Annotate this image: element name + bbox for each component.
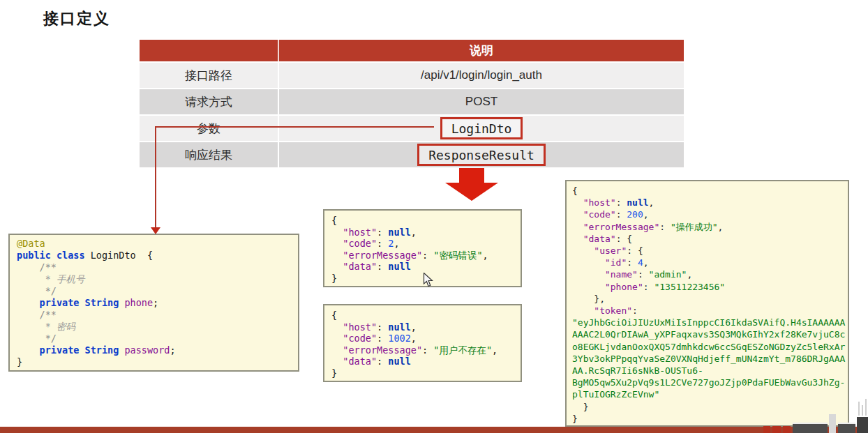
code-line: "host": null,: [331, 227, 514, 238]
code-line: "code": 200,: [572, 208, 842, 220]
bottom-red-bar: [0, 427, 868, 433]
connector-line-vertical: [155, 126, 156, 229]
table-row-parameter: 参数 LoginDto: [140, 116, 684, 141]
row-label: 请求方式: [140, 89, 279, 114]
code-line: "errorMessage": "密码错误",: [331, 250, 514, 261]
watermark-fragment: [772, 426, 781, 433]
code-line: "data": {: [572, 233, 842, 245]
code-line: o8EGKLjvdanOoxQXQ57dmhkdcw6ccSGqESZoNGDz…: [572, 341, 842, 353]
watermark-fragment: [857, 417, 868, 433]
code-line: private String password;: [17, 344, 291, 356]
json-response-success-block: { "host": null, "code": 200, "errorMessa…: [565, 180, 849, 427]
code-line: "data": null: [331, 261, 514, 273]
code-line: AA.RcSqR7Ii6sNkB-OUSTu6-: [572, 365, 842, 377]
code-line: }: [17, 356, 291, 368]
code-line: AAAC2L0QrDIAwA_yXPFaqxavs3SQ3MQkGIhY2xf2…: [572, 328, 842, 340]
watermark-fragment: [865, 399, 867, 416]
code-line: },: [572, 293, 842, 305]
code-line: "host": null,: [331, 321, 514, 333]
code-line: "code": 1002,: [331, 333, 514, 344]
table-header-row: 说明: [140, 40, 684, 61]
row-label: 响应结果: [140, 142, 279, 167]
login-dto-highlight-box: LoginDto: [440, 117, 523, 139]
code-line: {: [331, 215, 514, 227]
watermark-fragment: [838, 423, 855, 433]
code-line: "eyJhbGciOiJIUzUxMiIsInppcCI6IkdaSVAifQ.…: [572, 317, 842, 328]
api-definition-table: 说明 接口路径 /api/v1/login/login_auth 请求方式 PO…: [140, 40, 684, 167]
code-line: * 密码: [17, 321, 291, 333]
watermark-fragment: [763, 426, 770, 433]
code-line: public class LoginDto {: [17, 250, 291, 261]
watermark-fragment: [858, 402, 860, 416]
code-line: plTuIOGRzZcEVnw": [572, 388, 842, 400]
code-line: {: [572, 185, 842, 197]
row-value: /api/v1/login/login_auth: [279, 63, 684, 88]
row-value: POST: [279, 89, 684, 114]
code-line: "errorMessage": "操作成功",: [572, 221, 842, 233]
code-line: "user": {: [572, 245, 842, 257]
connector-arrowhead-icon: [151, 227, 160, 234]
code-line: "code": 2,: [331, 238, 514, 250]
watermark-fragment: [783, 426, 791, 433]
code-line: /**: [17, 261, 291, 273]
code-line: "id": 4,: [572, 257, 842, 268]
code-line: "phone": "13511223456": [572, 281, 842, 293]
row-label: 参数: [140, 116, 279, 141]
table-row-request-method: 请求方式 POST: [140, 89, 684, 114]
row-value: LoginDto: [279, 116, 684, 141]
table-row-response-result: 响应结果 ResponseResult: [140, 142, 684, 167]
watermark-fragment: [829, 414, 836, 433]
code-line: }: [572, 401, 842, 413]
code-line: "name": "admin",: [572, 268, 842, 280]
code-line: 3Ybv3okPPpqqYvaSeZ0VXNqHdjeff_mUN4zmYt_m…: [572, 353, 842, 365]
slide-canvas: 接口定义 说明 接口路径 /api/v1/login/login_auth 请求…: [0, 0, 868, 433]
row-label: 接口路径: [140, 63, 279, 88]
code-line: */: [17, 333, 291, 344]
code-line: "token":: [572, 305, 842, 317]
watermark-fragment: [862, 405, 863, 416]
code-line: * 手机号: [17, 273, 291, 285]
row-value: ResponseResult: [279, 142, 684, 167]
code-line: BgMO5qw5Xu2pVq9s1L2CVe727goJZjp0PdaFUEbW…: [572, 377, 842, 388]
watermark-fragment: [793, 423, 828, 433]
code-line: @Data: [17, 238, 291, 250]
json-response-user-not-exist-block: { "host": null, "code": 1002, "errorMess…: [323, 304, 522, 382]
code-line: "errorMessage": "用户不存在",: [331, 344, 514, 356]
connector-line-horizontal: [155, 126, 434, 128]
down-block-arrow-icon: [440, 167, 502, 202]
page-title: 接口定义: [43, 8, 110, 29]
code-line: }: [331, 367, 514, 379]
code-line: /**: [17, 309, 291, 321]
code-line: */: [17, 285, 291, 297]
code-line: "data": null: [331, 356, 514, 367]
response-result-highlight-box: ResponseResult: [417, 144, 546, 166]
table-header-empty-cell: [140, 40, 279, 61]
code-line: private String phone;: [17, 297, 291, 309]
mouse-cursor-icon: [423, 273, 433, 287]
code-line: {: [331, 310, 514, 321]
code-line: "host": null,: [572, 197, 842, 208]
table-header-description: 说明: [279, 40, 684, 61]
table-row-api-path: 接口路径 /api/v1/login/login_auth: [140, 63, 684, 88]
login-dto-java-code-block: @Datapublic class LoginDto { /** * 手机号 *…: [8, 234, 299, 372]
